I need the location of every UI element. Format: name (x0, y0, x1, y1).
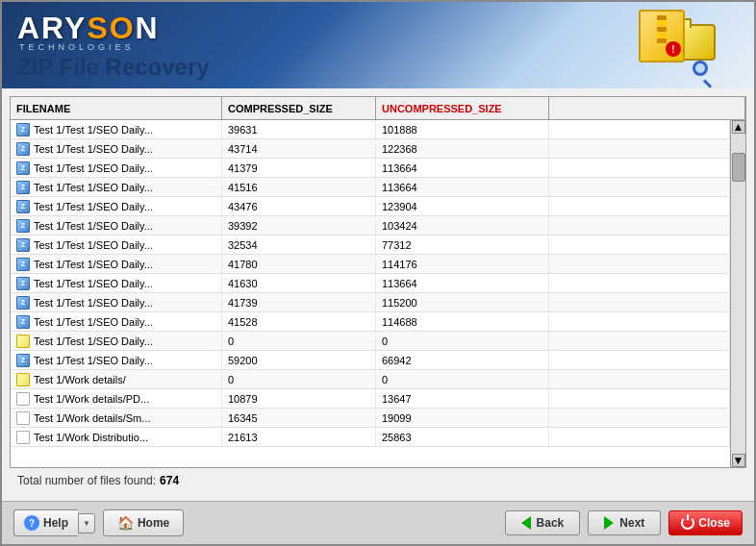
logo-area: ARYSON TECHNOLOGIES ZIP File Recovery (17, 11, 210, 81)
zip-file-icon: Z (16, 123, 30, 136)
help-button[interactable]: ? Help (13, 509, 78, 536)
back-arrow-icon (521, 516, 531, 530)
table-header: FILENAME COMPRESSED_SIZE UNCOMPRESSED_SI… (11, 97, 745, 120)
cell-uncompressed: 113664 (376, 159, 549, 177)
table-row[interactable]: ZTest 1/Test 1/SEO Daily... 43714 122368 (11, 139, 730, 159)
power-icon (681, 516, 694, 530)
status-count: 674 (160, 474, 179, 487)
cell-filename: ZTest 1/Test 1/SEO Daily... (11, 312, 222, 331)
cell-filename: ZTest 1/Test 1/SEO Daily... (11, 293, 222, 311)
cell-extra (549, 120, 730, 138)
app-title: ZIP File Recovery (17, 54, 210, 81)
scrollbar[interactable]: ▲ ▼ (730, 120, 745, 467)
cell-filename: Test 1/Test 1/SEO Daily... (11, 332, 222, 350)
cell-uncompressed: 77312 (376, 236, 549, 254)
col-extra (549, 97, 745, 119)
cell-uncompressed: 114688 (376, 312, 549, 331)
cell-compressed: 39631 (222, 120, 376, 138)
cell-uncompressed: 113664 (376, 274, 549, 292)
zip-file-icon: ! (639, 10, 685, 62)
cell-filename: ZTest 1/Test 1/SEO Daily... (11, 216, 222, 235)
next-button[interactable]: Next (588, 510, 661, 535)
cell-compressed: 41780 (222, 255, 376, 273)
cell-extra (549, 409, 730, 427)
cell-filename: Test 1/Work details/Sm... (11, 409, 222, 427)
cell-filename: Test 1/Work details/ (11, 370, 222, 388)
cell-uncompressed: 122368 (376, 139, 549, 158)
table-row[interactable]: ZTest 1/Test 1/SEO Daily... 41630 113664 (11, 274, 730, 293)
scroll-down-btn[interactable]: ▼ (732, 454, 745, 467)
close-button[interactable]: Close (668, 510, 743, 535)
table-row[interactable]: Test 1/Test 1/SEO Daily... 0 0 (11, 332, 730, 351)
help-dropdown-arrow[interactable]: ▼ (78, 513, 95, 534)
cell-uncompressed: 103424 (376, 216, 549, 235)
table-row[interactable]: ZTest 1/Test 1/SEO Daily... 59200 66942 (11, 351, 730, 370)
logo-o: S (87, 11, 109, 45)
table-scroll[interactable]: ZTest 1/Test 1/SEO Daily... 39631 101888… (11, 120, 730, 467)
footer-right-buttons: Back Next Close (505, 510, 743, 535)
cell-uncompressed: 13647 (376, 389, 549, 408)
table-row[interactable]: ZTest 1/Test 1/SEO Daily... 41379 113664 (11, 159, 730, 178)
table-row[interactable]: Test 1/Work details/Sm... 16345 19099 (11, 409, 730, 428)
zip-file-icon: Z (16, 200, 30, 213)
header-decoration: ! (639, 10, 716, 82)
cell-extra (549, 389, 730, 408)
header: ARYSON TECHNOLOGIES ZIP File Recovery (2, 2, 754, 88)
table-row[interactable]: Test 1/Work details/ 0 0 (11, 370, 730, 389)
cell-extra (549, 216, 730, 235)
zip-file-icon: Z (16, 315, 30, 329)
folder-icon (16, 335, 30, 348)
table-row[interactable]: ZTest 1/Test 1/SEO Daily... 39631 101888 (11, 120, 730, 139)
scroll-thumb[interactable] (732, 153, 745, 182)
cell-uncompressed: 114176 (376, 255, 549, 273)
table-row[interactable]: ZTest 1/Test 1/SEO Daily... 43476 123904 (11, 197, 730, 216)
doc-file-icon (16, 392, 30, 406)
cell-compressed: 39392 (222, 216, 376, 235)
table-row[interactable]: ZTest 1/Test 1/SEO Daily... 41528 114688 (11, 312, 730, 332)
cell-compressed: 41516 (222, 178, 376, 196)
cell-uncompressed: 0 (376, 370, 549, 388)
table-row[interactable]: ZTest 1/Test 1/SEO Daily... 41780 114176 (11, 255, 730, 274)
cell-extra (549, 255, 730, 273)
cell-uncompressed: 101888 (376, 120, 549, 138)
cell-filename: ZTest 1/Test 1/SEO Daily... (11, 139, 222, 158)
cell-compressed: 41379 (222, 159, 376, 177)
table-row[interactable]: ZTest 1/Test 1/SEO Daily... 32534 77312 (11, 236, 730, 255)
cell-compressed: 16345 (222, 409, 376, 427)
cell-compressed: 41739 (222, 293, 376, 311)
cell-uncompressed: 19099 (376, 409, 549, 427)
zip-file-icon: Z (16, 296, 30, 310)
cell-compressed: 10879 (222, 389, 376, 408)
zip-file-icon: Z (16, 238, 30, 252)
home-button[interactable]: 🏠 Home (103, 509, 184, 536)
cell-filename: ZTest 1/Test 1/SEO Daily... (11, 120, 222, 138)
doc-file-icon (16, 411, 30, 425)
scroll-up-btn[interactable]: ▲ (732, 120, 745, 134)
cell-filename: ZTest 1/Test 1/SEO Daily... (11, 236, 222, 254)
zip-file-icon: Z (16, 258, 30, 271)
help-button-group[interactable]: ? Help ▼ (13, 509, 95, 536)
cell-extra (549, 293, 730, 311)
table-row[interactable]: ZTest 1/Test 1/SEO Daily... 41739 115200 (11, 293, 730, 312)
cell-compressed: 0 (222, 332, 376, 350)
main-window: ARYSON TECHNOLOGIES ZIP File Recovery (0, 0, 756, 546)
cell-filename: ZTest 1/Test 1/SEO Daily... (11, 351, 222, 369)
logo-text: ARYSON (17, 11, 160, 46)
cell-filename: ZTest 1/Test 1/SEO Daily... (11, 197, 222, 215)
cell-uncompressed: 113664 (376, 178, 549, 196)
help-icon: ? (24, 515, 39, 531)
cell-uncompressed: 0 (376, 332, 549, 350)
cell-compressed: 41528 (222, 312, 376, 331)
table-row[interactable]: Test 1/Work details/PD... 10879 13647 (11, 389, 730, 409)
back-button[interactable]: Back (505, 510, 581, 535)
content-area: FILENAME COMPRESSED_SIZE UNCOMPRESSED_SI… (2, 88, 754, 501)
zip-file-icon: Z (16, 219, 30, 233)
home-icon: 🏠 (117, 515, 134, 531)
table-row[interactable]: Test 1/Work Distributio... 21613 25863 (11, 428, 730, 447)
table-row[interactable]: ZTest 1/Test 1/SEO Daily... 39392 103424 (11, 216, 730, 236)
cell-filename: ZTest 1/Test 1/SEO Daily... (11, 274, 222, 292)
cell-extra (549, 274, 730, 292)
zip-file-icon: Z (16, 277, 30, 290)
col-uncompressed: UNCOMPRESSED_SIZE (376, 97, 549, 119)
table-row[interactable]: ZTest 1/Test 1/SEO Daily... 41516 113664 (11, 178, 730, 197)
